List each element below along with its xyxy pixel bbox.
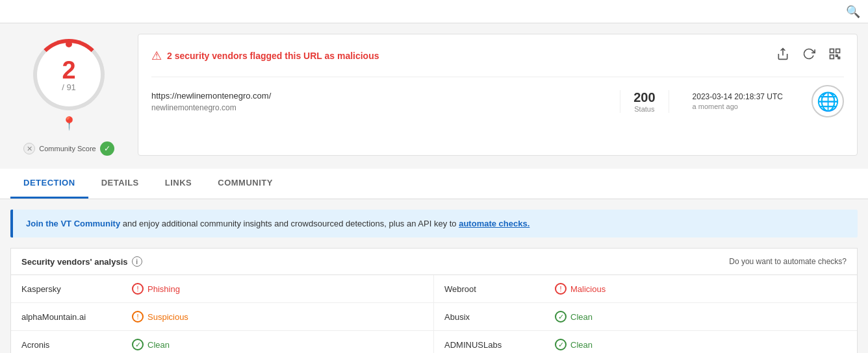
tab-detection[interactable]: DETECTION — [10, 169, 88, 199]
globe-icon: 🌐 — [811, 85, 844, 117]
analysis-cell-right-1: Abusix ✓ Clean — [434, 303, 857, 330]
status-icon-malicious: ! — [132, 283, 144, 295]
analysis-title-text: Security vendors' analysis — [21, 257, 128, 267]
tab-community[interactable]: COMMUNITY — [205, 169, 286, 199]
status-code: 200 — [633, 90, 655, 105]
search-button[interactable]: 🔍 — [846, 5, 860, 19]
vendor-name: Webroot — [444, 284, 548, 294]
community-score-label: Community Score — [39, 145, 96, 152]
community-banner-text: and enjoy additional community insights … — [120, 219, 459, 228]
vendor-name: Kaspersky — [21, 284, 125, 294]
score-panel: 2 / 91 📍 ✕ Community Score ✓ — [10, 34, 127, 156]
analysis-cell-right-0: Webroot ! Malicious — [434, 275, 857, 302]
main-content: 2 / 91 📍 ✕ Community Score ✓ ⚠ 2 securit… — [0, 23, 868, 166]
alert-message: 2 security vendors flagged this URL as m… — [167, 51, 379, 61]
action-icons — [774, 45, 844, 66]
x-score-icon[interactable]: ✕ — [23, 143, 35, 154]
url-info: https://newlinemontenegro.com/ newlinemo… — [151, 77, 844, 117]
url-panel: ⚠ 2 security vendors flagged this URL as… — [138, 34, 858, 156]
community-banner: Join the VT Community and enjoy addition… — [10, 210, 858, 237]
svg-rect-0 — [830, 49, 834, 53]
status-icon-clean: ✓ — [555, 339, 567, 350]
result-wrap: ! Phishing — [132, 283, 180, 295]
vendor-name: Acronis — [21, 340, 125, 350]
vendor-name: alphaMountain.ai — [21, 312, 125, 322]
vendor-name: ADMINUSLabs — [444, 340, 548, 350]
tab-links[interactable]: LINKS — [152, 169, 205, 199]
svg-rect-2 — [830, 55, 834, 59]
analysis-header: Security vendors' analysis i Do you want… — [10, 248, 858, 274]
top-bar: 🔍 — [0, 0, 868, 23]
result-text: Malicious — [570, 284, 606, 294]
score-total: / 91 — [62, 82, 76, 92]
analysis-cell-left-1: alphaMountain.ai ! Suspicious — [11, 303, 434, 330]
score-circle: 2 / 91 — [33, 39, 105, 110]
tab-details[interactable]: DETAILS — [88, 169, 152, 199]
url-details: https://newlinemontenegro.com/ newlinemo… — [151, 91, 609, 112]
result-wrap: ! Malicious — [555, 283, 606, 295]
url-domain: newlinemontenegro.com — [151, 103, 609, 112]
automate-checks-link[interactable]: automate checks. — [459, 219, 530, 228]
vendor-name: Abusix — [444, 312, 548, 322]
table-row: Kaspersky ! Phishing Webroot ! Malicious — [11, 275, 857, 303]
table-row: Acronis ✓ Clean ADMINUSLabs ✓ Clean — [11, 331, 857, 353]
url-timestamp: 2023-03-14 20:18:37 UTC a moment ago — [680, 92, 796, 110]
score-dot — [66, 41, 72, 47]
result-text: Phishing — [147, 284, 180, 294]
result-wrap: ! Suspicious — [132, 311, 188, 323]
url-status: 200 Status — [620, 90, 669, 113]
info-icon[interactable]: i — [132, 256, 142, 267]
qr-button[interactable] — [826, 45, 844, 66]
check-score-icon[interactable]: ✓ — [100, 141, 114, 156]
table-row: alphaMountain.ai ! Suspicious Abusix ✓ C… — [11, 303, 857, 331]
analysis-cell-right-2: ADMINUSLabs ✓ Clean — [434, 331, 857, 353]
refresh-button[interactable] — [800, 45, 818, 66]
alert-text: ⚠ 2 security vendors flagged this URL as… — [151, 49, 379, 63]
analysis-title: Security vendors' analysis i — [21, 256, 142, 267]
status-icon-suspicious: ! — [132, 311, 144, 323]
status-icon-clean: ✓ — [555, 311, 567, 323]
score-bar: ✕ Community Score ✓ — [23, 141, 114, 156]
svg-rect-1 — [836, 49, 840, 53]
share-button[interactable] — [774, 45, 792, 66]
community-join-link[interactable]: Join the VT Community — [26, 219, 120, 228]
score-number: 2 — [62, 58, 75, 82]
svg-rect-4 — [838, 57, 840, 59]
result-text: Clean — [570, 340, 593, 350]
tabs-section: DETECTION DETAILS LINKS COMMUNITY — [0, 169, 868, 199]
analysis-table: Kaspersky ! Phishing Webroot ! Malicious… — [10, 274, 858, 353]
result-wrap: ✓ Clean — [555, 339, 593, 350]
location-icon: 📍 — [61, 116, 77, 131]
status-icon-clean: ✓ — [132, 339, 144, 350]
alert-icon: ⚠ — [151, 49, 162, 63]
status-icon-malicious: ! — [555, 283, 567, 295]
alert-header: ⚠ 2 security vendors flagged this URL as… — [151, 45, 844, 66]
tabs: DETECTION DETAILS LINKS COMMUNITY — [10, 169, 858, 199]
result-wrap: ✓ Clean — [555, 311, 593, 323]
svg-rect-3 — [836, 55, 838, 57]
automate-text: Do you want to automate checks? — [729, 257, 847, 266]
detection-section: Join the VT Community and enjoy addition… — [0, 199, 868, 353]
analysis-cell-left-2: Acronis ✓ Clean — [11, 331, 434, 353]
analysis-cell-left-0: Kaspersky ! Phishing — [11, 275, 434, 302]
result-wrap: ✓ Clean — [132, 339, 170, 350]
result-text: Clean — [147, 340, 170, 350]
status-label: Status — [634, 105, 654, 113]
timestamp-main: 2023-03-14 20:18:37 UTC — [693, 92, 783, 101]
timestamp-relative: a moment ago — [693, 103, 738, 110]
result-text: Clean — [570, 312, 593, 322]
result-text: Suspicious — [147, 312, 188, 322]
url-main: https://newlinemontenegro.com/ — [151, 91, 609, 101]
